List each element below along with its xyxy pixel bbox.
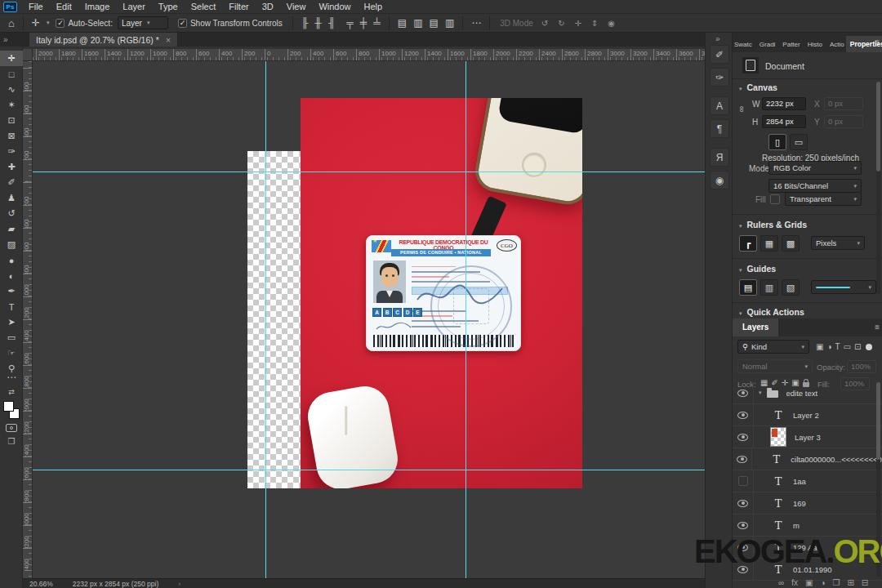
path-selection-tool-icon[interactable]: ➤ — [0, 314, 23, 330]
show-transform-checkbox[interactable]: ✓ — [178, 19, 187, 28]
new-layer-icon[interactable]: ⊞ — [847, 578, 853, 587]
layers-menu-icon[interactable]: ≡ — [875, 323, 880, 332]
dock-expand-icon[interactable]: » — [715, 34, 720, 43]
new-group-icon[interactable]: ❐ — [832, 578, 840, 587]
brushes-panel-icon[interactable]: ✑ — [710, 68, 729, 87]
panel-menu-icon[interactable]: ≡ — [875, 38, 880, 47]
visibility-toggle[interactable] — [733, 448, 752, 470]
landscape-orientation-button[interactable]: ▭ — [790, 134, 808, 150]
dodge-tool-icon[interactable]: ◐ — [0, 268, 23, 283]
guide-vertical-2[interactable] — [466, 61, 466, 578]
filter-shape-layers-icon[interactable]: ▭ — [844, 342, 851, 351]
group-expand-icon[interactable]: ▾ — [759, 390, 762, 396]
libraries-panel-icon[interactable]: ◉ — [710, 171, 729, 189]
3d-mode-icon[interactable]: ◉ — [604, 19, 618, 28]
menu-item[interactable]: Type — [152, 0, 185, 13]
panel-tab[interactable]: Swatc — [733, 37, 754, 52]
document-tab[interactable]: Italy id.psd @ 20.7% (RGB/16) * × — [29, 33, 178, 47]
rulers-grids-section-header[interactable]: ▾Rulers & Grids — [739, 220, 807, 229]
layer-name[interactable]: edite text — [786, 389, 818, 398]
menu-item[interactable]: 3D — [256, 0, 280, 13]
clone-stamp-tool-icon[interactable]: ♟ — [0, 190, 23, 206]
adjustment-layer-icon[interactable]: ◑ — [820, 578, 825, 587]
distribute-icon[interactable]: ▥ — [410, 17, 425, 29]
toggle-guides-icon[interactable]: ▤ — [739, 279, 757, 296]
filter-adjustment-layers-icon[interactable]: ◑ — [826, 342, 831, 351]
panel-tab[interactable]: Actio — [828, 37, 846, 52]
quick-mask-icon[interactable] — [6, 424, 17, 432]
menu-item[interactable]: Help — [358, 0, 390, 13]
align-icon[interactable]: ╟ — [298, 17, 312, 29]
blur-tool-icon[interactable]: ● — [0, 252, 23, 268]
link-layers-icon[interactable]: ∞ — [778, 578, 784, 587]
toggle-rulers-icon[interactable]: ┏ — [739, 235, 757, 252]
menu-item[interactable]: Edit — [50, 0, 78, 13]
distribute-icon[interactable]: ▤ — [394, 17, 410, 29]
auto-select-checkbox[interactable]: ✓ — [56, 19, 65, 28]
edit-toolbar-icon[interactable]: ⋯ — [3, 372, 20, 383]
healing-brush-tool-icon[interactable]: ✚ — [0, 159, 23, 175]
filter-pixel-layers-icon[interactable]: ▣ — [816, 342, 823, 351]
visibility-toggle[interactable] — [733, 382, 754, 403]
guide-horizontal-1[interactable] — [33, 172, 705, 172]
link-dimensions-icon[interactable]: ∞ — [737, 106, 747, 113]
paragraph-panel-icon[interactable]: ¶ — [710, 119, 729, 138]
layer-row[interactable]: Layer 3 — [733, 426, 882, 448]
tab-layers[interactable]: Layers — [733, 318, 778, 336]
brush-tool-icon[interactable]: ✐ — [0, 175, 23, 190]
status-chevron-icon[interactable]: › — [178, 580, 180, 588]
visibility-toggle[interactable] — [733, 426, 754, 448]
home-icon[interactable]: ⌂ — [5, 17, 18, 29]
3d-mode-icon[interactable]: ⇕ — [588, 19, 601, 28]
filter-type-layers-icon[interactable]: T — [835, 342, 840, 351]
ruler-horizontal[interactable]: 2000180016001400120010008006004002000200… — [33, 49, 705, 61]
brush-settings-panel-icon[interactable]: ✐ — [710, 45, 729, 64]
toggle-snap-icon[interactable]: ▩ — [782, 235, 800, 252]
shape-tool-icon[interactable]: ▭ — [0, 330, 23, 345]
layer-row-group[interactable]: ▾ edite text — [733, 382, 882, 404]
layer-effects-icon[interactable]: fx — [791, 578, 798, 587]
panel-tab[interactable]: Histo — [806, 37, 824, 52]
ruler-vertical[interactable]: 8006004002000200400600800100012001400160… — [23, 61, 33, 578]
layer-filter-kind-dropdown[interactable]: ⚲ Kind ▾ — [737, 340, 809, 354]
width-field[interactable]: 2232 px — [762, 97, 806, 110]
fill-checkbox[interactable] — [770, 194, 780, 204]
layer-name[interactable]: Layer 2 — [793, 411, 819, 420]
tool-preset-caret[interactable]: ▾ — [43, 16, 53, 29]
menu-item[interactable]: Filter — [222, 0, 255, 13]
history-brush-tool-icon[interactable]: ↺ — [0, 206, 23, 221]
panel-tab[interactable]: Patter — [781, 37, 801, 52]
crop-tool-icon[interactable]: ⊡ — [0, 113, 23, 128]
align-icon[interactable]: ╫ — [311, 17, 325, 29]
guide-vertical-1[interactable] — [265, 61, 266, 578]
object-selection-tool-icon[interactable]: ✶ — [0, 97, 23, 113]
character-panel-icon[interactable]: A — [710, 96, 729, 115]
auto-select-target-dropdown[interactable]: Layer▾ — [118, 16, 168, 29]
guide-horizontal-2[interactable] — [33, 470, 705, 470]
bit-depth-dropdown[interactable]: 16 Bits/Channel▾ — [768, 179, 862, 193]
delete-layer-icon[interactable]: ⊟ — [862, 578, 868, 587]
eyedropper-tool-icon[interactable]: ✑ — [0, 144, 23, 159]
guide-color-dropdown[interactable]: ▾ — [811, 280, 876, 294]
filter-smart-objects-icon[interactable]: ⊡ — [854, 342, 861, 351]
align-icon[interactable]: ╧ — [370, 17, 384, 29]
marquee-tool-icon[interactable]: □ — [0, 66, 23, 82]
toolbar-collapse-icon[interactable]: » — [3, 35, 8, 44]
screen-mode-icon[interactable]: ❐ — [8, 437, 16, 446]
hand-tool-icon[interactable]: ☞ — [0, 345, 23, 361]
menu-item[interactable]: Layer — [116, 0, 152, 13]
layer-name[interactable]: 169 — [793, 499, 806, 508]
distribute-icon[interactable]: ▥ — [442, 17, 457, 29]
menu-item[interactable]: Select — [185, 0, 223, 13]
align-icon[interactable]: ╪ — [357, 17, 371, 29]
zoom-level[interactable]: 20.66% — [29, 580, 53, 588]
fill-dropdown[interactable]: Transparent▾ — [785, 192, 862, 206]
filter-toggle-icon[interactable] — [866, 344, 872, 350]
close-tab-icon[interactable]: × — [166, 35, 171, 45]
guides-section-header[interactable]: ▾Guides — [739, 264, 776, 274]
menu-item[interactable]: View — [280, 0, 313, 13]
color-mode-dropdown[interactable]: RGB Color▾ — [768, 161, 862, 175]
layer-row[interactable]: T 169 — [733, 492, 882, 514]
3d-mode-icon[interactable]: ↻ — [555, 19, 568, 28]
more-options-icon[interactable]: ⋯ — [468, 17, 484, 29]
